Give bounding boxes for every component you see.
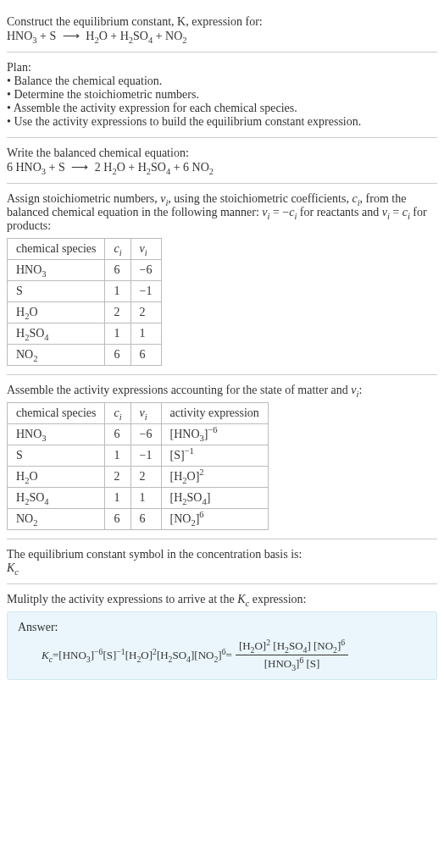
result-section: Mulitply the activity expressions to arr… (7, 584, 437, 680)
symbol-section: The equilibrium constant symbol in the c… (7, 539, 437, 584)
table-row: HNO3 6 −6 [HNO3]−6 (8, 424, 269, 445)
kc-expression: Kc = [HNO3]−6 [S]−1 [H2O]2 [H2SO4] [NO2]… (18, 639, 426, 671)
symbol-intro: The equilibrium constant symbol in the c… (7, 548, 437, 561)
arrow-icon: ⟶ (59, 30, 83, 42)
table-row: H2O 2 2 [H2O]2 (8, 467, 269, 488)
table-row: H2O 2 2 (8, 302, 162, 323)
unbalanced-equation: HNO3 + S ⟶ H2O + H2SO4 + NO2 (7, 29, 437, 43)
col-ci: ci (105, 239, 130, 260)
col-activity: activity expression (161, 403, 268, 424)
table-row: HNO3 6 −6 (8, 260, 162, 281)
plan-section: Plan: • Balance the chemical equation. •… (7, 53, 437, 138)
plan-bullet: • Balance the chemical equation. (7, 75, 437, 88)
fraction: [H2O]2 [H2SO4] [NO2]6 [HNO3]6 [S] (236, 639, 348, 671)
kc-symbol: Kc (7, 561, 437, 575)
table-row: S 1 −1 [S]−1 (8, 445, 269, 467)
balanced-equation: 6 HNO3 + S ⟶ 2 H2O + H2SO4 + 6 NO2 (7, 160, 437, 174)
table-header-row: chemical species ci νi activity expressi… (8, 403, 269, 424)
balanced-intro: Write the balanced chemical equation: (7, 147, 437, 160)
plan-bullet: • Determine the stoichiometric numbers. (7, 88, 437, 102)
col-species: chemical species (8, 403, 105, 424)
stoich-table: chemical species ci νi HNO3 6 −6 S 1 −1 … (7, 238, 162, 366)
fraction-numerator: [H2O]2 [H2SO4] [NO2]6 (236, 639, 348, 655)
plan-bullet: • Use the activity expressions to build … (7, 115, 437, 129)
stoich-section: Assign stoichiometric numbers, νi, using… (7, 184, 437, 375)
plan-bullet: • Assemble the activity expression for e… (7, 102, 437, 115)
stoich-intro: Assign stoichiometric numbers, νi, using… (7, 192, 437, 233)
table-row: NO2 6 6 [NO2]6 (8, 509, 269, 530)
col-vi: νi (130, 239, 161, 260)
fraction-denominator: [HNO3]6 [S] (236, 655, 348, 671)
table-row: H2SO4 1 1 (8, 323, 162, 345)
table-row: H2SO4 1 1 [H2SO4] (8, 488, 269, 509)
answer-box: Answer: Kc = [HNO3]−6 [S]−1 [H2O]2 [H2SO… (7, 611, 437, 680)
col-ci: ci (105, 403, 130, 424)
arrow-icon: ⟶ (68, 161, 92, 174)
col-species: chemical species (8, 239, 105, 260)
col-vi: νi (130, 403, 161, 424)
table-row: S 1 −1 (8, 281, 162, 302)
activity-section: Assemble the activity expressions accoun… (7, 375, 437, 539)
activity-intro: Assemble the activity expressions accoun… (7, 384, 437, 397)
table-row: NO2 6 6 (8, 345, 162, 366)
prompt-section: Construct the equilibrium constant, K, e… (7, 7, 437, 53)
table-header-row: chemical species ci νi (8, 239, 162, 260)
balanced-section: Write the balanced chemical equation: 6 … (7, 138, 437, 184)
plan-title: Plan: (7, 61, 437, 75)
prompt-text: Construct the equilibrium constant, K, e… (7, 15, 263, 28)
answer-label: Answer: (18, 621, 426, 634)
result-intro: Mulitply the activity expressions to arr… (7, 593, 437, 606)
activity-table: chemical species ci νi activity expressi… (7, 402, 269, 530)
prompt-line1: Construct the equilibrium constant, K, e… (7, 15, 437, 29)
